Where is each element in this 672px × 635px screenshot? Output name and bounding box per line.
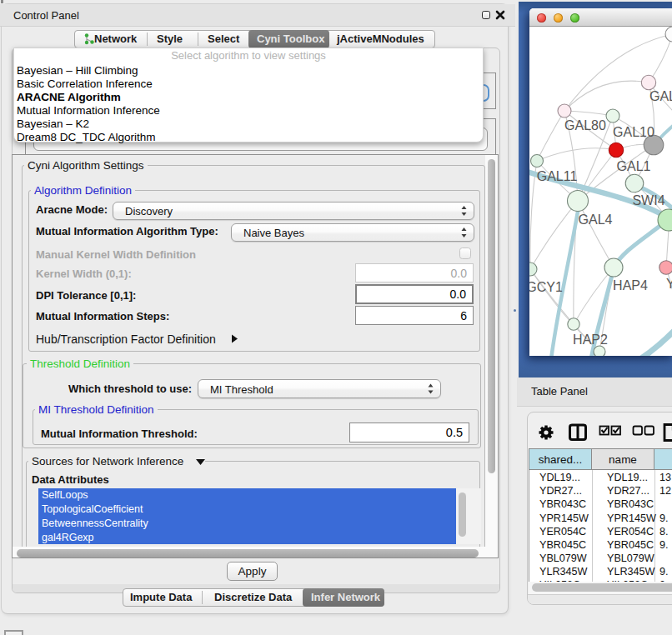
svg-text:HAP2: HAP2 [573, 332, 608, 347]
svg-text:GAL4: GAL4 [579, 212, 613, 227]
svg-text:SWI4: SWI4 [632, 193, 664, 208]
svg-text:HAP4: HAP4 [613, 278, 648, 292]
svg-text:Y: Y [666, 277, 672, 291]
svg-text:GAL1: GAL1 [617, 159, 651, 173]
svg-text:GCY1: GCY1 [529, 280, 563, 294]
svg-text:GAL10: GAL10 [613, 125, 654, 139]
svg-text:GAL80: GAL80 [564, 118, 606, 132]
svg-text:GAL11: GAL11 [537, 169, 578, 183]
svg-text:GAL7: GAL7 [649, 89, 672, 103]
